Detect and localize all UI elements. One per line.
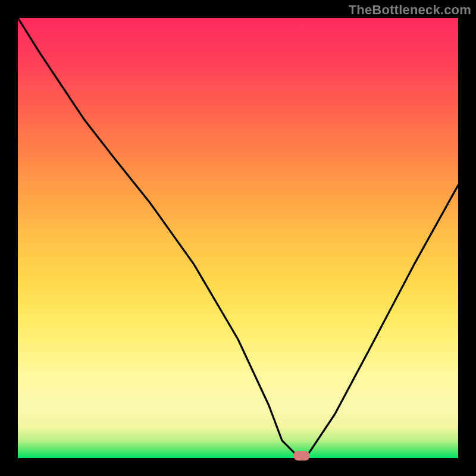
optimal-point-marker <box>293 451 310 461</box>
bottleneck-curve <box>18 18 458 458</box>
watermark-text: TheBottleneck.com <box>349 2 471 18</box>
chart-frame: TheBottleneck.com <box>0 0 476 476</box>
